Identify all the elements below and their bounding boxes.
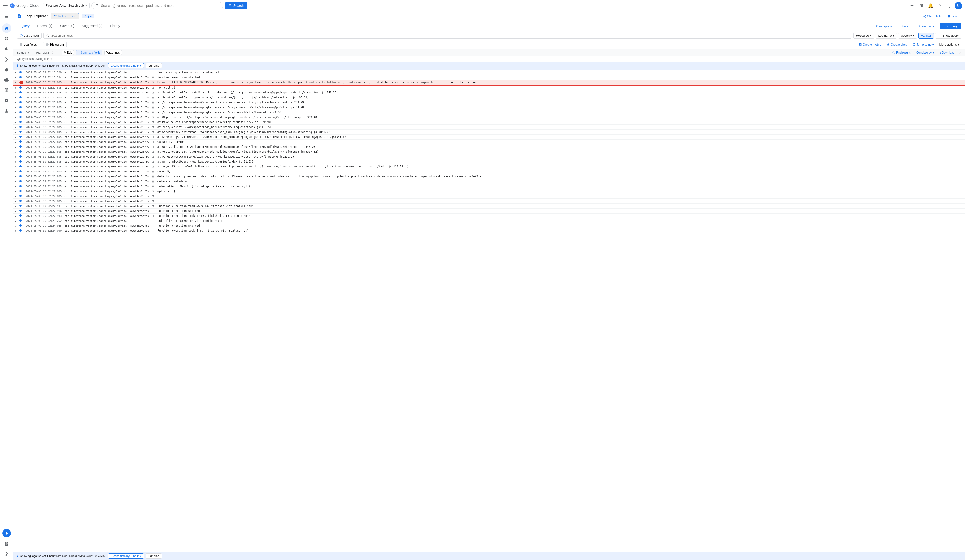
expand-icon[interactable]: ⤢ [958,51,961,55]
log-fields-button[interactable]: Log fields [17,42,39,47]
expand-arrow[interactable]: ▶ [15,180,16,183]
wrap-lines-button[interactable]: Wrap lines [104,50,122,55]
expand-arrow[interactable]: ▶ [15,175,16,178]
json-expand-icon[interactable]: ⊞ [152,86,154,89]
expand-arrow[interactable]: ▶ [15,165,16,168]
sidebar-db-icon[interactable] [2,85,11,95]
global-search-button[interactable]: Search [225,2,247,9]
expand-arrow[interactable]: ▶ [15,185,16,188]
tab-library[interactable]: Library [106,21,124,31]
refine-scope-button[interactable]: Refine scope [51,13,79,19]
correlate-by-button[interactable]: Correlate by ▾ [914,50,936,55]
expand-arrow[interactable]: ▶ [15,87,16,89]
expand-arrow[interactable]: ▶ [15,145,16,148]
learn-button[interactable]: Learn [945,13,961,19]
expand-arrow[interactable]: ▶ [15,141,16,143]
sidebar-bell-icon[interactable] [2,65,11,74]
json-expand-icon[interactable]: ⊞ [152,106,154,109]
diamond-icon-btn[interactable]: ✦ [908,2,916,10]
sidebar-expand-icon[interactable]: ❯ [2,549,11,558]
edit-time-button[interactable]: Edit time [146,63,162,69]
json-expand-icon[interactable]: ⊞ [152,214,154,217]
expand-arrow[interactable]: ▶ [15,81,16,83]
run-query-button[interactable]: Run query [940,23,961,29]
find-results-button[interactable]: Find results [890,50,913,55]
json-expand-icon[interactable]: ⊞ [152,101,154,104]
share-link-button[interactable]: Share link [921,13,943,19]
expand-arrow[interactable]: ▶ [15,71,16,74]
bottom-extend-time-button[interactable]: Extend time by: 1 hour ▾ [108,553,144,558]
create-metric-button[interactable]: Create metric [857,42,883,47]
expand-arrow[interactable]: ▶ [15,210,16,212]
json-expand-icon[interactable]: ⊞ [152,195,154,198]
plus-filter[interactable]: +1 filter [918,33,934,39]
expand-arrow[interactable]: ▶ [15,131,16,134]
expand-arrow[interactable]: ▶ [15,170,16,173]
project-selector[interactable]: Firestore Vector Search Lab ▾ [43,3,90,8]
json-expand-icon[interactable]: ⊞ [152,170,154,173]
save-button[interactable]: Save [898,23,912,29]
json-expand-icon[interactable]: ⊞ [152,91,154,94]
expand-arrow[interactable]: ▶ [15,106,16,109]
search-all-fields-input[interactable] [51,34,849,38]
resource-filter[interactable]: Resource ▾ [853,33,874,39]
hamburger-menu[interactable] [3,3,8,8]
tab-query[interactable]: Query [17,21,33,31]
more-actions-button[interactable]: More actions ▾ [937,42,961,47]
json-expand-icon[interactable]: ⊞ [152,185,154,188]
json-expand-icon[interactable]: ⊞ [152,205,154,207]
json-expand-icon[interactable]: ⊞ [152,136,154,138]
user-avatar[interactable]: U [955,2,962,10]
json-expand-icon[interactable]: ⊞ [152,116,154,119]
tab-saved[interactable]: Saved (0) [56,21,78,31]
sidebar-person-icon[interactable] [2,106,11,116]
json-expand-icon[interactable]: ⊞ [152,145,154,148]
sort-icons[interactable]: ▲ ▼ [51,51,53,54]
expand-arrow[interactable]: ▶ [15,190,16,193]
apps-icon-btn[interactable]: ⊞ [917,2,926,10]
more-vert-icon-btn[interactable]: ⋮ [945,2,954,10]
expand-arrow[interactable]: ▶ [15,111,16,114]
expand-arrow[interactable]: ▶ [15,136,16,138]
clear-query-button[interactable]: Clear query [872,23,896,29]
json-expand-icon[interactable]: ⊞ [152,175,154,178]
sidebar-arrow-icon[interactable]: ❯ [2,54,11,64]
notifications-icon-btn[interactable]: 🔔 [926,2,935,10]
expand-arrow[interactable]: ▶ [15,116,16,119]
json-expand-icon[interactable]: ⊞ [152,200,154,202]
bottom-edit-time-button[interactable]: Edit time [146,553,162,558]
expand-arrow[interactable]: ▶ [15,96,16,99]
extend-time-button[interactable]: Extend time by: 1 hour ▾ [108,63,144,69]
json-expand-icon[interactable]: ⊞ [152,190,154,193]
expand-arrow[interactable]: ▶ [15,200,16,202]
histogram-button[interactable]: Histogram [43,42,67,47]
json-expand-icon[interactable]: ⊞ [152,131,154,134]
sidebar-grid-icon[interactable] [2,34,11,43]
summary-fields-button[interactable]: ✓ Summary fields [76,50,103,55]
expand-arrow[interactable]: ▶ [15,101,16,104]
global-search-input[interactable] [101,4,219,8]
tab-recent[interactable]: Recent (1) [33,21,56,31]
json-expand-icon[interactable]: ⊞ [152,140,154,143]
time-selector[interactable]: Last 1 hour [17,33,42,39]
expand-arrow[interactable]: ▶ [15,160,16,163]
tab-suggested[interactable]: Suggested (2) [78,21,106,31]
json-expand-icon[interactable]: ⊞ [152,126,154,129]
json-expand-icon[interactable]: ⊞ [152,81,154,83]
expand-arrow[interactable]: ▶ [15,220,16,222]
sidebar-menu-icon[interactable]: ☰ [2,13,11,23]
show-query-button[interactable]: Show query [935,33,961,39]
expand-arrow[interactable]: ▶ [15,230,16,232]
expand-arrow[interactable]: ▶ [15,215,16,217]
expand-arrow[interactable]: ▶ [15,195,16,198]
json-expand-icon[interactable]: ⊞ [152,180,154,183]
expand-arrow[interactable]: ▶ [15,155,16,158]
json-expand-icon[interactable]: ⊞ [152,76,154,79]
sidebar-clipboard-icon[interactable] [2,539,11,549]
sidebar-settings-icon[interactable] [2,96,11,105]
expand-arrow[interactable]: ▶ [15,76,16,79]
severity-filter[interactable]: Severity ▾ [898,33,917,39]
expand-arrow[interactable]: ▶ [15,91,16,94]
create-alert-button[interactable]: Create alert [885,42,909,47]
sidebar-home-icon[interactable] [2,23,11,33]
